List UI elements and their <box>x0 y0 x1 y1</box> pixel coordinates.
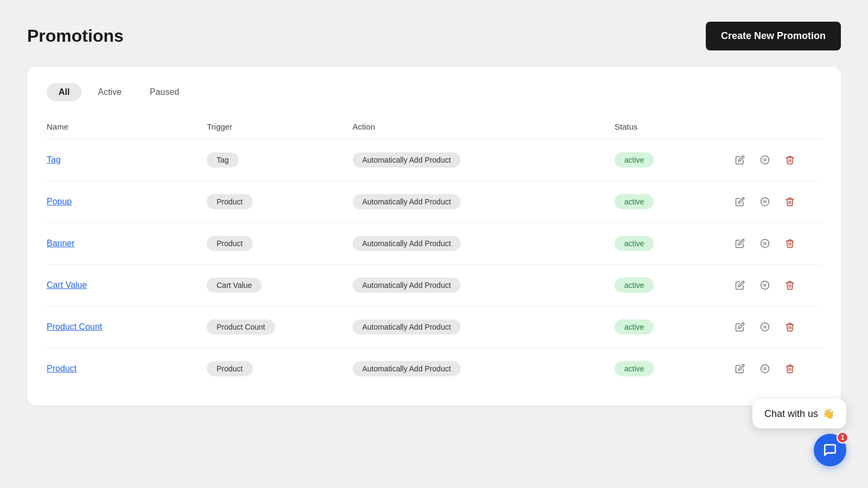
pause-icon <box>760 364 770 374</box>
col-header-name: Name <box>47 117 207 139</box>
edit-icon <box>735 280 745 290</box>
edit-button[interactable] <box>731 151 749 169</box>
trigger-badge: Product <box>207 236 252 251</box>
col-header-action: Action <box>353 117 615 139</box>
svg-point-12 <box>761 323 769 331</box>
promotion-name-link[interactable]: Product <box>47 364 76 373</box>
trigger-badge: Cart Value <box>207 278 261 293</box>
delete-button[interactable] <box>781 193 799 210</box>
pause-icon <box>760 322 770 332</box>
tab-bar: All Active Paused <box>47 83 821 101</box>
page-header: Promotions Create New Promotion <box>27 22 841 50</box>
edit-button[interactable] <box>731 277 749 294</box>
tab-paused[interactable]: Paused <box>138 83 191 101</box>
row-actions <box>731 151 821 169</box>
pause-button[interactable] <box>756 277 774 294</box>
chat-badge-count: 1 <box>837 432 848 444</box>
trigger-badge: Product Count <box>207 319 275 335</box>
trash-icon <box>785 364 795 374</box>
create-promotion-button[interactable]: Create New Promotion <box>706 22 841 50</box>
pause-icon <box>760 197 770 207</box>
status-badge: active <box>615 152 654 168</box>
promotions-table: Name Trigger Action Status Tag Tag Autom… <box>47 117 821 389</box>
trash-icon <box>785 155 795 165</box>
delete-button[interactable] <box>781 277 799 294</box>
trigger-badge: Product <box>207 194 252 209</box>
trash-icon <box>785 280 795 290</box>
svg-point-9 <box>761 281 769 290</box>
trash-icon <box>785 239 795 248</box>
col-header-status: Status <box>615 117 731 139</box>
edit-icon <box>735 239 745 248</box>
promotion-name-link[interactable]: Banner <box>47 239 75 248</box>
status-badge: active <box>615 319 654 335</box>
table-row: Cart Value Cart Value Automatically Add … <box>47 265 821 306</box>
promotion-name-link[interactable]: Tag <box>47 155 61 164</box>
page-title: Promotions <box>27 26 124 46</box>
action-badge: Automatically Add Product <box>353 361 461 376</box>
delete-button[interactable] <box>781 360 799 377</box>
promotion-name-link[interactable]: Cart Value <box>47 280 87 290</box>
action-badge: Automatically Add Product <box>353 152 461 168</box>
chat-icon <box>823 443 837 457</box>
row-actions <box>731 360 821 377</box>
pause-icon <box>760 155 770 165</box>
table-row: Tag Tag Automatically Add Product active <box>47 139 821 181</box>
pause-icon <box>760 239 770 248</box>
action-badge: Automatically Add Product <box>353 319 461 335</box>
edit-button[interactable] <box>731 318 749 336</box>
edit-button[interactable] <box>731 193 749 210</box>
edit-button[interactable] <box>731 235 749 252</box>
promotions-card: All Active Paused Name Trigger Action St… <box>27 67 841 406</box>
svg-point-0 <box>761 156 769 164</box>
pause-button[interactable] <box>756 235 774 252</box>
trash-icon <box>785 197 795 207</box>
trigger-badge: Tag <box>207 152 239 168</box>
table-row: Popup Product Automatically Add Product … <box>47 181 821 223</box>
chat-open-button[interactable]: 1 <box>814 434 846 466</box>
chat-widget: Chat with us 👋 1 <box>752 399 846 466</box>
status-badge: active <box>615 278 654 293</box>
edit-button[interactable] <box>731 360 749 377</box>
table-row: Product Count Product Count Automaticall… <box>47 306 821 348</box>
pause-icon <box>760 280 770 290</box>
promotion-name-link[interactable]: Popup <box>47 197 72 206</box>
row-actions <box>731 235 821 252</box>
pause-button[interactable] <box>756 193 774 210</box>
edit-icon <box>735 155 745 165</box>
chat-bubble: Chat with us 👋 <box>752 399 846 428</box>
pause-button[interactable] <box>756 360 774 377</box>
delete-button[interactable] <box>781 151 799 169</box>
col-header-trigger: Trigger <box>207 117 352 139</box>
tab-active[interactable]: Active <box>86 83 133 101</box>
pause-button[interactable] <box>756 318 774 336</box>
pause-button[interactable] <box>756 151 774 169</box>
row-actions <box>731 193 821 210</box>
chat-label: Chat with us <box>764 408 818 420</box>
status-badge: active <box>615 194 654 209</box>
row-actions <box>731 318 821 336</box>
table-row: Banner Product Automatically Add Product… <box>47 223 821 265</box>
delete-button[interactable] <box>781 235 799 252</box>
trash-icon <box>785 322 795 332</box>
action-badge: Automatically Add Product <box>353 194 461 209</box>
row-actions <box>731 277 821 294</box>
action-badge: Automatically Add Product <box>353 236 461 251</box>
action-badge: Automatically Add Product <box>353 278 461 293</box>
promotion-name-link[interactable]: Product Count <box>47 322 102 331</box>
edit-icon <box>735 197 745 207</box>
table-row: Product Product Automatically Add Produc… <box>47 348 821 390</box>
svg-point-3 <box>761 198 769 206</box>
status-badge: active <box>615 236 654 251</box>
chat-emoji: 👋 <box>822 408 834 420</box>
status-badge: active <box>615 361 654 376</box>
svg-point-15 <box>761 365 769 373</box>
edit-icon <box>735 322 745 332</box>
edit-icon <box>735 364 745 374</box>
col-header-actions <box>731 117 821 139</box>
page-wrapper: Promotions Create New Promotion All Acti… <box>0 0 868 427</box>
trigger-badge: Product <box>207 361 252 376</box>
svg-point-6 <box>761 240 769 248</box>
tab-all[interactable]: All <box>47 83 81 101</box>
delete-button[interactable] <box>781 318 799 336</box>
